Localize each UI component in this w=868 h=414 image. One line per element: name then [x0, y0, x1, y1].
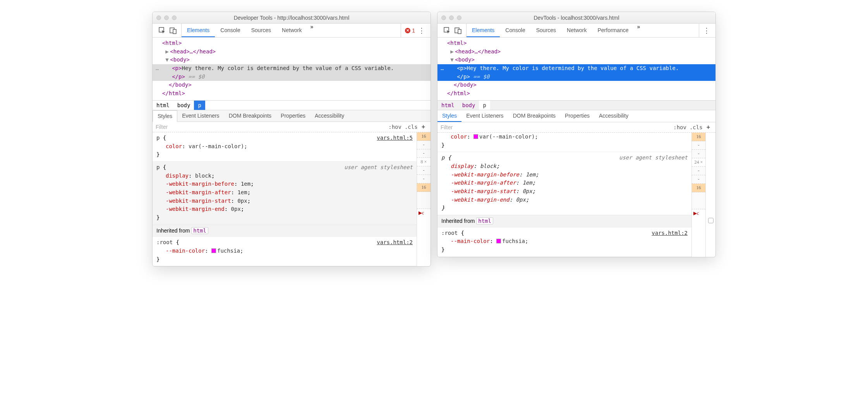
- close-light[interactable]: [156, 15, 161, 20]
- subtab-event-listeners[interactable]: Event Listeners: [177, 110, 224, 121]
- devtools-window-right: DevTools - localhost:3000/vars.html Elem…: [437, 12, 716, 257]
- tab-elements[interactable]: Elements: [182, 24, 215, 37]
- gutter-value: -: [692, 150, 705, 158]
- dom-body-open[interactable]: ▼<body>: [437, 56, 715, 64]
- subtab-accessibility[interactable]: Accessibility: [310, 110, 349, 121]
- cls-toggle[interactable]: .cls: [688, 124, 704, 130]
- tab-console[interactable]: Console: [215, 24, 245, 37]
- subtab-dom-breakpoints[interactable]: DOM Breakpoints: [508, 110, 560, 122]
- style-rule-ua[interactable]: user agent stylesheet p { display: block…: [437, 152, 691, 215]
- tab-sources[interactable]: Sources: [246, 24, 276, 37]
- dom-body-close[interactable]: </body>: [153, 81, 431, 89]
- tab-elements[interactable]: Elements: [467, 24, 500, 37]
- minimize-light[interactable]: [449, 15, 454, 20]
- dom-html-close[interactable]: </html>: [153, 89, 431, 98]
- filter-input[interactable]: [156, 124, 387, 130]
- dom-head[interactable]: ▶<head>…</head>: [437, 48, 715, 56]
- subtab-event-listeners[interactable]: Event Listeners: [461, 110, 508, 122]
- crumb-body[interactable]: body: [173, 101, 194, 110]
- subtab-styles[interactable]: Styles: [437, 110, 461, 122]
- dom-html-close[interactable]: </html>: [437, 89, 715, 98]
- styles-subtabs: Styles Event Listeners DOM Breakpoints P…: [437, 110, 715, 122]
- minimize-light[interactable]: [164, 15, 169, 20]
- tab-network[interactable]: Network: [276, 24, 307, 37]
- crumb-html[interactable]: html: [153, 101, 173, 110]
- gutter-value: -: [417, 149, 431, 158]
- tab-console[interactable]: Console: [500, 24, 530, 37]
- gutter-value: -: [692, 141, 705, 150]
- ua-stylesheet-label: user agent stylesheet: [344, 163, 413, 172]
- inherited-tag[interactable]: html: [476, 217, 493, 224]
- dom-p-selected[interactable]: … <p>Hey there. My color is determined b…: [437, 64, 715, 73]
- zoom-light[interactable]: [457, 15, 461, 20]
- gutter-value: -: [692, 175, 705, 184]
- source-link[interactable]: vars.html:2: [377, 238, 413, 247]
- subtab-dom-breakpoints[interactable]: DOM Breakpoints: [224, 110, 276, 121]
- crumb-p[interactable]: p: [194, 101, 205, 110]
- gutter-value: -: [692, 167, 705, 175]
- error-count: 1: [412, 27, 415, 34]
- rule-checkbox[interactable]: [708, 218, 714, 223]
- subtab-styles[interactable]: Styles: [153, 110, 177, 122]
- zoom-light[interactable]: [172, 15, 177, 20]
- tab-performance[interactable]: Performance: [592, 24, 634, 37]
- color-swatch-icon[interactable]: [211, 248, 216, 253]
- crumb-p[interactable]: p: [479, 101, 490, 110]
- filter-bar: :hov .cls +: [153, 122, 431, 132]
- titlebar: DevTools - localhost:3000/vars.html: [437, 12, 715, 24]
- device-toggle-icon[interactable]: [170, 27, 177, 34]
- style-rule-1[interactable]: vars.html:5 p { color: var(--main-color)…: [153, 132, 417, 162]
- dom-tree[interactable]: <html> ▶<head>…</head> ▼<body> … <p>Hey …: [437, 38, 715, 100]
- more-tabs-icon[interactable]: »: [634, 24, 643, 37]
- gutter-play-icon[interactable]: ▶ c: [417, 209, 431, 217]
- dom-head[interactable]: ▶<head>…</head>: [153, 48, 431, 56]
- color-swatch-icon[interactable]: [496, 239, 501, 243]
- crumb-body[interactable]: body: [458, 101, 479, 110]
- style-rule-root[interactable]: vars.html:2 :root { --main-color: fuchsi…: [153, 237, 417, 266]
- subtab-accessibility[interactable]: Accessibility: [594, 110, 633, 122]
- new-style-rule-icon[interactable]: +: [704, 124, 712, 131]
- dom-html-open[interactable]: <html>: [437, 39, 715, 48]
- dom-tree[interactable]: <html> ▶<head>…</head> ▼<body> … <p>Hey …: [153, 38, 431, 100]
- devtools-window-left: Developer Tools - http://localhost:3000/…: [152, 12, 431, 267]
- gutter-value: -: [417, 141, 431, 149]
- device-toggle-icon[interactable]: [455, 27, 461, 34]
- subtab-properties[interactable]: Properties: [276, 110, 310, 121]
- subtab-properties[interactable]: Properties: [560, 110, 594, 122]
- filter-input[interactable]: [441, 124, 672, 130]
- dom-p-selected[interactable]: … <p>Hey there. My color is determined b…: [153, 64, 431, 73]
- breadcrumb: html body p: [153, 100, 431, 110]
- crumb-html[interactable]: html: [437, 101, 458, 110]
- gutter-play-icon[interactable]: ▶ c: [692, 209, 705, 218]
- settings-menu-icon[interactable]: ⋮: [418, 26, 425, 35]
- svg-rect-2: [173, 29, 176, 34]
- settings-menu-icon[interactable]: ⋮: [703, 26, 710, 35]
- color-swatch-icon[interactable]: [473, 134, 478, 139]
- close-light[interactable]: [441, 15, 446, 20]
- hov-toggle[interactable]: :hov: [672, 124, 688, 130]
- style-rule-ua[interactable]: user agent stylesheet p { display: block…: [153, 162, 417, 225]
- tab-sources[interactable]: Sources: [531, 24, 561, 37]
- dom-body-open[interactable]: ▼<body>: [153, 56, 431, 64]
- source-link[interactable]: vars.html:2: [652, 229, 688, 238]
- dom-p-close[interactable]: </p> == $0: [153, 73, 431, 81]
- dom-html-open[interactable]: <html>: [153, 39, 431, 48]
- dom-body-close[interactable]: </body>: [437, 81, 715, 89]
- inspect-icon[interactable]: [159, 27, 166, 34]
- style-rule-root[interactable]: vars.html:2 :root { --main-color: fuchsi…: [437, 228, 691, 257]
- inherited-from-header: Inherited from html: [437, 215, 691, 228]
- source-link[interactable]: vars.html:5: [377, 134, 413, 142]
- hov-toggle[interactable]: :hov: [387, 124, 403, 130]
- inspect-icon[interactable]: [444, 27, 451, 34]
- gutter-dims: 8 ×: [417, 158, 431, 166]
- inherited-tag[interactable]: html: [191, 227, 208, 234]
- styles-body: vars.html:5 p { color: var(--main-color)…: [153, 132, 431, 267]
- error-badge[interactable]: ✕ 1: [405, 27, 415, 34]
- dom-p-close[interactable]: </p> == $0: [437, 73, 715, 81]
- more-tabs-icon[interactable]: »: [307, 24, 316, 37]
- tab-network[interactable]: Network: [561, 24, 592, 37]
- gutter-spacer: [417, 192, 431, 209]
- style-rule-fragment[interactable]: color: var(--main-color); }: [437, 133, 691, 152]
- new-style-rule-icon[interactable]: +: [419, 123, 427, 130]
- cls-toggle[interactable]: .cls: [403, 124, 419, 130]
